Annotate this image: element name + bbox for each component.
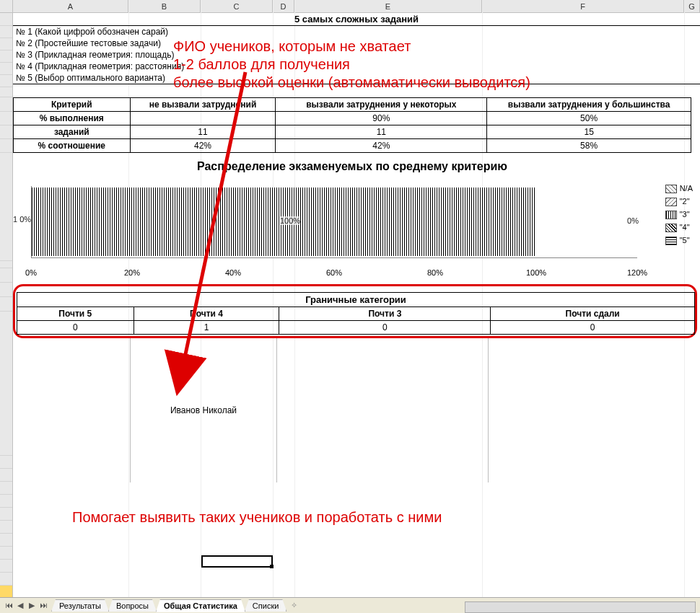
row-header[interactable] bbox=[0, 26, 12, 38]
task-row: № 3 (Прикладная геометрия: площадь) bbox=[13, 49, 700, 61]
names-cell-almost5[interactable] bbox=[13, 338, 131, 482]
horizontal-scrollbar[interactable] bbox=[465, 601, 696, 613]
criteria-row-label: % соотношение bbox=[14, 139, 131, 153]
col-header-F[interactable]: F bbox=[482, 0, 684, 12]
row-header[interactable] bbox=[0, 312, 12, 456]
boundary-title: Граничные категории bbox=[17, 293, 695, 307]
tab-nav-first[interactable]: ⏮ bbox=[3, 601, 14, 610]
sheet-tab-lists[interactable]: Списки bbox=[245, 599, 287, 612]
tab-nav-next[interactable]: ▶ bbox=[26, 601, 38, 610]
col-header-D[interactable]: D bbox=[273, 0, 294, 12]
chart-left-label: 1 0% bbox=[13, 215, 31, 224]
names-cell-almost3[interactable] bbox=[277, 338, 489, 482]
legend-item-na: N/A bbox=[665, 182, 693, 195]
row-header[interactable] bbox=[0, 469, 12, 482]
criteria-row-label: % выполнения bbox=[14, 112, 131, 125]
row-header[interactable] bbox=[0, 153, 12, 261]
legend-item-2: "2" bbox=[665, 195, 693, 208]
row-header[interactable] bbox=[0, 573, 12, 586]
row-header[interactable] bbox=[0, 521, 12, 534]
boundary-highlight: Граничные категории Почти 5 Почти 4 Почт… bbox=[13, 284, 697, 338]
sheet-tab-results[interactable]: Результаты bbox=[51, 599, 109, 612]
row-header[interactable] bbox=[0, 112, 12, 125]
criteria-row-label: заданий bbox=[14, 125, 131, 139]
select-all-corner[interactable] bbox=[0, 0, 13, 12]
boundary-header: Почти сдали bbox=[491, 307, 695, 321]
chart-plot-area: 100% 0% bbox=[31, 186, 637, 258]
row-header[interactable] bbox=[0, 125, 12, 139]
row-header[interactable] bbox=[0, 560, 12, 573]
legend-item-5: "5" bbox=[665, 234, 693, 247]
chart-x-axis: 0% 20% 40% 60% 80% 100% 120% bbox=[31, 268, 637, 283]
tab-nav-prev[interactable]: ◀ bbox=[14, 601, 26, 610]
criteria-header: Критерий bbox=[14, 98, 131, 112]
boundary-value[interactable]: 0 bbox=[17, 321, 134, 335]
chart-legend: N/A "2" "3" "4" "5" bbox=[665, 182, 693, 247]
boundary-value[interactable]: 0 bbox=[279, 321, 491, 335]
row-headers bbox=[0, 13, 13, 597]
tab-nav-last[interactable]: ⏭ bbox=[38, 601, 49, 610]
row-header[interactable] bbox=[0, 87, 12, 97]
row-header[interactable] bbox=[0, 547, 12, 560]
row-header[interactable] bbox=[0, 75, 12, 87]
boundary-header: Почти 4 bbox=[134, 307, 279, 321]
task-row: № 1 (Какой цифрой обозначен сарай) bbox=[13, 26, 700, 38]
boundary-header: Почти 3 bbox=[279, 307, 491, 321]
names-cell-almostpass[interactable] bbox=[489, 338, 691, 482]
row-header[interactable] bbox=[0, 456, 12, 469]
row-header[interactable] bbox=[0, 534, 12, 547]
selected-cell[interactable] bbox=[201, 555, 273, 568]
row-header[interactable] bbox=[0, 261, 12, 268]
row-header[interactable] bbox=[0, 50, 12, 63]
sheet-tab-bar: ⏮ ◀ ▶ ⏭ Результаты Вопросы Общая Статист… bbox=[0, 597, 700, 613]
boundary-header: Почти 5 bbox=[17, 307, 134, 321]
row-header[interactable] bbox=[0, 297, 12, 312]
criteria-header: не вызвали затруднений bbox=[130, 98, 276, 112]
row-header[interactable] bbox=[0, 97, 12, 112]
boundary-table: Граничные категории Почти 5 Почти 4 Почт… bbox=[17, 292, 695, 335]
row-header[interactable] bbox=[0, 63, 12, 75]
sheet-content[interactable]: 5 самых сложных заданий № 1 (Какой цифро… bbox=[13, 13, 700, 597]
distribution-chart: Распределение экзаменуемых по среднему к… bbox=[13, 160, 691, 280]
legend-item-3: "3" bbox=[665, 208, 693, 221]
row-header[interactable] bbox=[0, 508, 12, 521]
row-header[interactable] bbox=[0, 482, 12, 495]
tab-nav-buttons: ⏮ ◀ ▶ ⏭ bbox=[0, 601, 52, 610]
col-header-B[interactable]: B bbox=[128, 0, 201, 12]
sheet-tab-stats[interactable]: Общая Статистика bbox=[156, 599, 245, 612]
col-header-C[interactable]: C bbox=[201, 0, 273, 12]
row-header[interactable] bbox=[0, 38, 12, 50]
col-header-G[interactable]: G bbox=[684, 0, 700, 12]
chart-center-label: 100% bbox=[280, 216, 300, 225]
task-row: № 2 (Простейшие тестовые задачи) bbox=[13, 38, 700, 49]
criteria-table: Критерий не вызвали затруднений вызвали … bbox=[13, 97, 691, 153]
row-header[interactable] bbox=[0, 495, 12, 508]
sheet-tab-questions[interactable]: Вопросы bbox=[108, 599, 157, 612]
task-row: № 4 (Прикладная геометрия: расстояния) bbox=[13, 61, 700, 72]
row-header[interactable] bbox=[0, 13, 12, 26]
new-sheet-icon[interactable]: ✧ bbox=[291, 601, 297, 610]
chart-title: Распределение экзаменуемых по среднему к… bbox=[13, 160, 691, 173]
row-header[interactable] bbox=[0, 283, 12, 297]
chart-right-label: 0% bbox=[627, 216, 639, 225]
names-cell-almost4[interactable]: Иванов Николай bbox=[131, 338, 277, 482]
criteria-header: вызвали затруднения у большинства bbox=[487, 98, 691, 112]
row-header[interactable] bbox=[0, 268, 12, 283]
boundary-names-row: Иванов Николай bbox=[13, 338, 691, 482]
column-headers: A B C D E F G bbox=[0, 0, 700, 13]
legend-item-4: "4" bbox=[665, 221, 693, 234]
hardest-tasks-title: 5 самых сложных заданий bbox=[13, 13, 700, 26]
row-header[interactable] bbox=[0, 139, 12, 153]
boundary-value[interactable]: 0 bbox=[491, 321, 695, 335]
col-header-A[interactable]: A bbox=[13, 0, 128, 12]
criteria-header: вызвали затруднения у некоторых bbox=[276, 98, 487, 112]
task-row: № 5 (Выбор оптимального варианта) bbox=[13, 72, 700, 84]
boundary-value[interactable]: 1 bbox=[134, 321, 279, 335]
col-header-E[interactable]: E bbox=[294, 0, 482, 12]
